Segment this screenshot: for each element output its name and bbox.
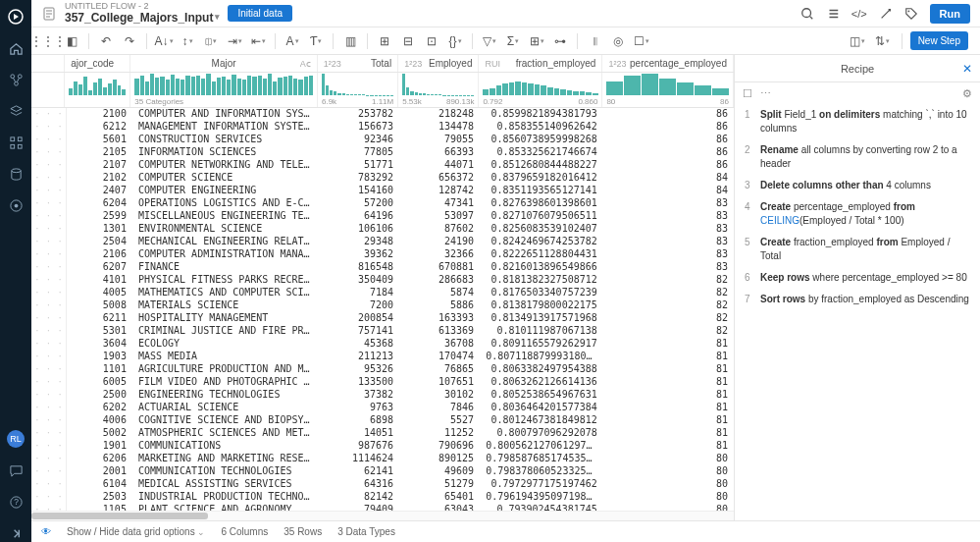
tag-icon[interactable] bbox=[904, 7, 918, 21]
h-scrollbar[interactable] bbox=[31, 511, 734, 520]
recipe-step[interactable]: 3Delete columns other than 4 columns bbox=[739, 175, 976, 196]
more-icon[interactable]: ⋯ bbox=[760, 87, 771, 100]
table-row[interactable]: ···2107COMPUTER NETWORKING AND TELECOMMU… bbox=[31, 159, 734, 172]
table-row[interactable]: ···5601CONSTRUCTION SERVICES92346790550.… bbox=[31, 134, 734, 146]
grid-icon[interactable] bbox=[7, 134, 25, 151]
collapse-icon[interactable] bbox=[7, 524, 25, 542]
recipe-step[interactable]: 7Sort rows by fraction_employed as Desce… bbox=[739, 289, 976, 310]
table-row[interactable]: ···1301ENVIRONMENTAL SCIENCE106106876020… bbox=[31, 223, 734, 236]
table-row[interactable]: ···1901COMMUNICATIONS9876767906960.80056… bbox=[31, 440, 734, 453]
view-opts-icon[interactable]: ◫▾ bbox=[847, 30, 868, 52]
recipe-step[interactable]: 2Rename all columns by converting row 2 … bbox=[739, 139, 976, 175]
sort-asc-icon[interactable]: A↓▾ bbox=[153, 30, 175, 52]
chart2-icon[interactable]: ⫴ bbox=[584, 30, 605, 52]
column-icon[interactable]: ▥ bbox=[339, 30, 361, 52]
filter-col-icon[interactable]: ⎅▾ bbox=[200, 30, 222, 52]
gear-icon[interactable]: ⚙ bbox=[962, 87, 972, 100]
table-row[interactable]: ···5002ATMOSPHERIC SCIENCES AND METEOROL… bbox=[31, 427, 734, 440]
table-row[interactable]: ···2407COMPUTER ENGINEERING1541601287420… bbox=[31, 185, 734, 197]
table-row[interactable]: ···6204OPERATIONS LOGISTICS AND E-COMMER… bbox=[31, 197, 734, 210]
more-icon[interactable]: ☐▾ bbox=[631, 30, 652, 52]
table-row[interactable]: ···5008MATERIALS SCIENCE720058860.813817… bbox=[31, 299, 734, 312]
home-icon[interactable] bbox=[7, 39, 25, 57]
col-header[interactable]: 1²23percentage_employed bbox=[602, 55, 734, 72]
table-row[interactable]: ···6207FINANCE8165486708810.821601389654… bbox=[31, 261, 734, 274]
new-step-button[interactable]: New Step bbox=[910, 31, 968, 50]
table-row[interactable]: ···3604ECOLOGY45368367080.80911655792629… bbox=[31, 338, 734, 351]
split-icon[interactable]: ⇤▾ bbox=[247, 30, 269, 52]
play-icon[interactable] bbox=[7, 8, 25, 26]
merge-icon[interactable]: ⇥▾ bbox=[224, 30, 245, 52]
format-icon[interactable]: A▾ bbox=[282, 30, 303, 52]
table-row[interactable]: ···6206MARKETING AND MARKETING RESEARCH1… bbox=[31, 453, 734, 465]
list-icon[interactable] bbox=[826, 7, 840, 21]
table-row[interactable]: ···5301CRIMINAL JUSTICE AND FIRE PROTECT… bbox=[31, 325, 734, 338]
table-row[interactable]: ···2500ENGINEERING TECHNOLOGIES373823010… bbox=[31, 389, 734, 402]
grid-options-link[interactable]: Show / Hide data grid options ⌄ bbox=[67, 526, 205, 537]
table-row[interactable]: ···1903MASS MEDIA2112131704740.807118879… bbox=[31, 351, 734, 363]
status-cols: 6 Columns bbox=[221, 526, 268, 537]
table-row[interactable]: ···2504MECHANICAL ENGINEERING RELATED TE… bbox=[31, 236, 734, 248]
unpivot-icon[interactable]: ⊡ bbox=[421, 30, 442, 52]
checkbox-icon[interactable]: ☐ bbox=[743, 87, 752, 100]
table-row[interactable]: ···6005FILM VIDEO AND PHOTOGRAPHIC ARTS1… bbox=[31, 376, 734, 389]
col-header[interactable]: ajor_code bbox=[65, 55, 130, 72]
recipe-step[interactable]: 5Create fraction_employed from Employed … bbox=[739, 232, 976, 267]
close-icon[interactable]: ✕ bbox=[962, 62, 972, 76]
calc-icon[interactable]: ⊞▾ bbox=[526, 30, 547, 52]
target-icon[interactable] bbox=[7, 196, 25, 214]
grid-view-icon[interactable]: ⋮⋮⋮ bbox=[37, 30, 59, 52]
redo-icon[interactable]: ↷ bbox=[119, 30, 140, 52]
sort-desc-icon[interactable]: ↕▾ bbox=[177, 30, 198, 52]
code-icon[interactable]: </> bbox=[851, 8, 867, 20]
table-row[interactable]: ···2599MISCELLANEOUS ENGINEERING TECHNOL… bbox=[31, 210, 734, 223]
flow-icon[interactable] bbox=[7, 71, 25, 88]
recipe-step[interactable]: 6Keep rows where percentage_employed >= … bbox=[739, 267, 976, 289]
table-row[interactable]: ···4005MATHEMATICS AND COMPUTER SCIENCE7… bbox=[31, 287, 734, 299]
data-body[interactable]: ···2100COMPUTER AND INFORMATION SYSTEMS2… bbox=[31, 108, 734, 511]
wand-icon[interactable] bbox=[879, 7, 893, 21]
table-row[interactable]: ···2106COMPUTER ADMINISTRATION MANAGEMEN… bbox=[31, 248, 734, 261]
table-row[interactable]: ···4006COGNITIVE SCIENCE AND BIOPSYCHOLO… bbox=[31, 414, 734, 427]
globe-icon[interactable]: ◎ bbox=[607, 30, 629, 52]
layers-icon[interactable] bbox=[7, 102, 25, 120]
group-icon[interactable]: ⊞ bbox=[374, 30, 395, 52]
table-row[interactable]: ···6212MANAGEMENT INFORMATION SYSTEMS AN… bbox=[31, 121, 734, 134]
chat-icon[interactable] bbox=[7, 461, 25, 479]
table-row[interactable]: ···6104MEDICAL ASSISTING SERVICES6431651… bbox=[31, 478, 734, 491]
main-area: UNTITLED FLOW - 2 357_College_Majors_Inp… bbox=[31, 0, 980, 542]
table-row[interactable]: ···1101AGRICULTURE PRODUCTION AND MANAGE… bbox=[31, 363, 734, 376]
panel-icon[interactable]: ◧ bbox=[61, 30, 82, 52]
table-row[interactable]: ···2102COMPUTER SCIENCE7832926563720.837… bbox=[31, 172, 734, 185]
eye-icon[interactable]: 👁 bbox=[41, 526, 51, 537]
table-row[interactable]: ···6211HOSPITALITY MANAGEMENT20085416339… bbox=[31, 312, 734, 325]
table-row[interactable]: ···1105PLANT SCIENCE AND AGRONOMY7940963… bbox=[31, 504, 734, 511]
avatar[interactable]: RL bbox=[7, 430, 25, 448]
funnel-icon[interactable]: ▽▾ bbox=[479, 30, 500, 52]
sigma-icon[interactable]: Σ▾ bbox=[502, 30, 524, 52]
table-row[interactable]: ···2105INFORMATION SCIENCES77805663930.8… bbox=[31, 146, 734, 159]
recipe-step[interactable]: 1Split Field_1 on delimiters matching `,… bbox=[739, 104, 976, 139]
search-icon[interactable] bbox=[800, 7, 814, 21]
table-row[interactable]: ···2503INDUSTRIAL PRODUCTION TECHNOLOGIE… bbox=[31, 491, 734, 504]
join-icon[interactable]: ⊶ bbox=[549, 30, 571, 52]
run-button[interactable]: Run bbox=[930, 4, 970, 24]
braces-icon[interactable]: {}▾ bbox=[444, 30, 466, 52]
pivot-icon[interactable]: ⊟ bbox=[397, 30, 419, 52]
help-icon[interactable]: ? bbox=[7, 493, 25, 511]
doc-title[interactable]: 357_College_Majors_Input▾ bbox=[65, 12, 220, 25]
col-header[interactable]: AᴄMajor bbox=[130, 55, 318, 72]
database-icon[interactable] bbox=[7, 165, 25, 183]
col-header[interactable]: RUIfraction_employed bbox=[479, 55, 602, 72]
col-header[interactable]: 1²23Employed bbox=[398, 55, 479, 72]
table-row[interactable]: ···2100COMPUTER AND INFORMATION SYSTEMS2… bbox=[31, 108, 734, 121]
table-row[interactable]: ···2001COMMUNICATION TECHNOLOGIES6214149… bbox=[31, 465, 734, 478]
sliders-icon[interactable]: ⇅▾ bbox=[872, 30, 894, 52]
undo-icon[interactable]: ↶ bbox=[95, 30, 117, 52]
col-header[interactable]: 1²23Total bbox=[318, 55, 398, 72]
text-icon[interactable]: Ƭ▾ bbox=[305, 30, 327, 52]
initial-data-button[interactable]: Initial data bbox=[228, 5, 292, 22]
table-row[interactable]: ···4101PHYSICAL FITNESS PARKS RECREATION… bbox=[31, 274, 734, 287]
recipe-step[interactable]: 4Create percentage_employed from CEILING… bbox=[739, 196, 976, 232]
table-row[interactable]: ···6202ACTUARIAL SCIENCE976378460.803646… bbox=[31, 402, 734, 414]
